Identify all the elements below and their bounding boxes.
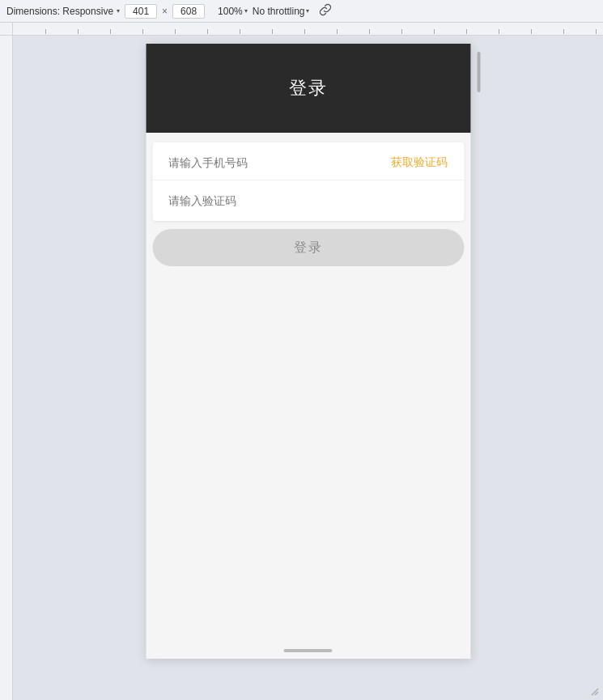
ruler-horizontal xyxy=(0,23,603,36)
svg-line-0 xyxy=(592,689,598,695)
scroll-thumb xyxy=(477,52,480,92)
login-page-title: 登录 xyxy=(289,76,328,100)
toolbar: Dimensions: Responsive ▾ × 100% ▾ No thr… xyxy=(0,0,603,23)
dimensions-control[interactable]: Dimensions: Responsive ▾ xyxy=(6,6,120,17)
throttle-chevron: ▾ xyxy=(306,7,309,15)
zoom-control[interactable]: 100% ▾ xyxy=(218,6,248,17)
height-input[interactable] xyxy=(172,4,205,19)
dimension-separator: × xyxy=(162,6,168,17)
ruler-h-track xyxy=(13,23,603,36)
dimensions-label: Dimensions: Responsive xyxy=(6,6,113,17)
throttle-control[interactable]: No throttling ▾ xyxy=(253,6,310,17)
simulated-screen: 登录 获取验证码 登录 xyxy=(146,44,470,659)
phone-field-wrapper: 获取验证码 xyxy=(152,142,464,180)
get-code-button[interactable]: 获取验证码 xyxy=(391,155,448,170)
code-field-wrapper xyxy=(152,180,464,221)
zoom-label: 100% xyxy=(218,6,243,17)
login-header: 登录 xyxy=(146,44,470,133)
login-button-wrapper: 登录 xyxy=(146,221,470,266)
ruler-vertical xyxy=(0,36,13,700)
phone-input[interactable] xyxy=(168,156,384,169)
viewport: 登录 获取验证码 登录 xyxy=(13,36,603,700)
dimensions-chevron: ▾ xyxy=(117,7,120,15)
zoom-chevron: ▾ xyxy=(244,7,248,15)
main-area: 登录 获取验证码 登录 xyxy=(0,36,603,700)
login-button[interactable]: 登录 xyxy=(152,229,464,266)
scroll-indicator xyxy=(475,44,482,659)
svg-line-1 xyxy=(595,692,598,695)
login-card: 获取验证码 xyxy=(152,142,464,221)
resize-handle[interactable] xyxy=(590,687,600,697)
ruler-corner xyxy=(0,23,13,36)
chain-icon[interactable] xyxy=(319,3,332,19)
width-input[interactable] xyxy=(125,4,157,19)
code-input[interactable] xyxy=(168,194,448,207)
home-indicator xyxy=(284,649,333,652)
throttle-label: No throttling xyxy=(253,6,305,17)
